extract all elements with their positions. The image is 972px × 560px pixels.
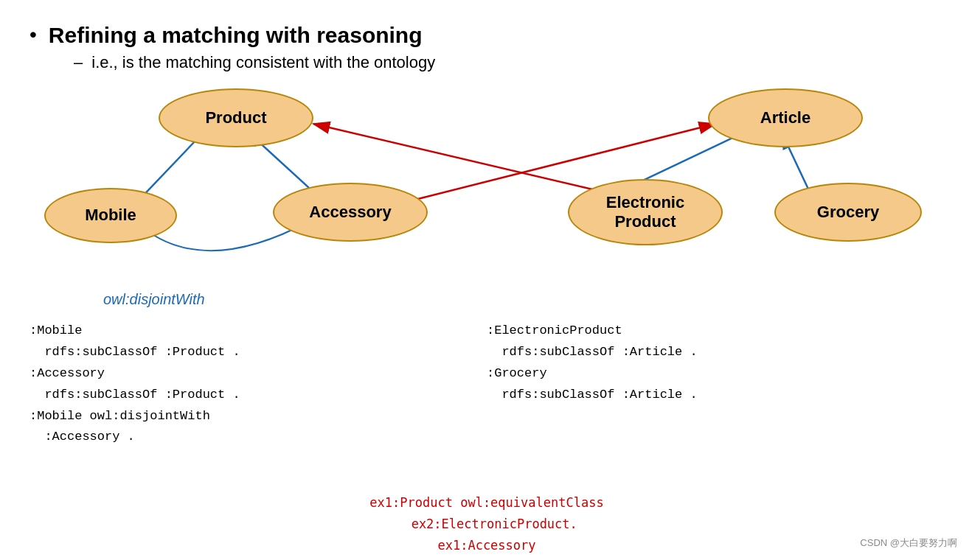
code-right-text: :ElectronicProduct rdfs:subClassOf :Arti… (487, 321, 892, 406)
diagram-area: Product Mobile Accessory Article Electro… (29, 74, 944, 309)
main-title: Refining a matching with reasoning (49, 22, 423, 49)
code-red: ex1:Product owl:equivalentClass ex2:Elec… (243, 449, 730, 560)
code-left-text: :Mobile rdfs:subClassOf :Product . :Acce… (29, 321, 472, 448)
node-grocery: Grocery (774, 183, 922, 242)
node-mobile: Mobile (44, 188, 177, 243)
node-accessory: Accessory (273, 183, 428, 242)
sub-dash-icon: – (74, 53, 83, 72)
node-electronic-product: Electronic Product (568, 179, 723, 245)
code-left: :Mobile rdfs:subClassOf :Product . :Acce… (29, 321, 472, 448)
disjoint-label: owl:disjointWith (103, 291, 205, 308)
node-article: Article (708, 88, 863, 147)
sub-bullet: – i.e., is the matching consistent with … (74, 53, 943, 72)
node-product: Product (159, 88, 313, 147)
code-right: :ElectronicProduct rdfs:subClassOf :Arti… (487, 321, 892, 406)
subtitle: i.e., is the matching consistent with th… (91, 53, 435, 72)
code-red-text: ex1:Product owl:equivalentClass ex2:Elec… (243, 492, 730, 560)
watermark: CSDN @大白要努力啊 (860, 536, 957, 550)
main-bullet: • Refining a matching with reasoning (29, 22, 943, 49)
slide: • Refining a matching with reasoning – i… (0, 0, 972, 560)
bullet-icon: • (29, 22, 37, 47)
